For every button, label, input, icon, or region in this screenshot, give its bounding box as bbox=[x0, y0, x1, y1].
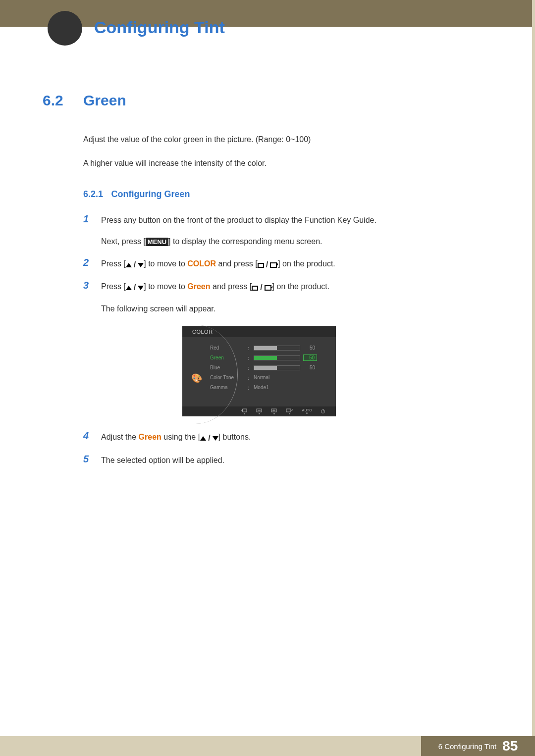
step-number: 5 bbox=[83, 454, 92, 468]
menu-key-icon: MENU bbox=[146, 238, 168, 246]
step-3-subtext: The following screen will appear. bbox=[101, 302, 329, 316]
chapter-badge bbox=[48, 11, 82, 46]
section-intro: Adjust the value of the color green in t… bbox=[83, 134, 488, 169]
select-enter-icon: / bbox=[252, 281, 272, 295]
step-number: 4 bbox=[83, 430, 92, 446]
text-fragment: Press [ bbox=[101, 259, 126, 268]
up-down-arrow-icon: / bbox=[200, 431, 218, 446]
section-heading: 6.2 Green bbox=[43, 92, 488, 109]
osd-colon: : bbox=[248, 385, 251, 391]
text-fragment: Press [ bbox=[101, 282, 126, 291]
svg-rect-2 bbox=[243, 409, 247, 412]
osd-value: 50 bbox=[303, 365, 317, 370]
text-fragment: ] to move to bbox=[144, 259, 187, 268]
step-1-line-b-post: ] to display the corresponding menu scre… bbox=[168, 237, 322, 246]
step-text: Press [/] to move to COLOR and press [/]… bbox=[101, 257, 335, 272]
text-fragment: and press [ bbox=[216, 259, 258, 268]
osd-colon: : bbox=[248, 375, 251, 381]
section-number: 6.2 bbox=[43, 92, 69, 109]
text-fragment: and press [ bbox=[211, 282, 252, 291]
up-down-arrow-icon: / bbox=[126, 258, 144, 272]
osd-colon: : bbox=[248, 365, 251, 371]
osd-plus-icon bbox=[271, 408, 277, 414]
osd-colon: : bbox=[248, 355, 251, 361]
step-number: 3 bbox=[83, 280, 92, 316]
osd-value-text: Mode1 bbox=[254, 385, 269, 390]
step-text: The selected option will be applied. bbox=[101, 454, 224, 468]
osd-colon: : bbox=[248, 345, 251, 351]
intro-paragraph-1: Adjust the value of the color green in t… bbox=[83, 134, 488, 146]
select-enter-icon: / bbox=[258, 258, 278, 272]
osd-minus-icon bbox=[256, 408, 262, 414]
step-text: Press [/] to move to Green and press [/]… bbox=[101, 280, 329, 316]
svg-rect-0 bbox=[270, 263, 276, 267]
step-number: 1 bbox=[83, 213, 92, 249]
keyword-green: Green bbox=[187, 282, 210, 291]
up-down-arrow-icon: / bbox=[126, 281, 144, 295]
keyword-color: COLOR bbox=[187, 259, 216, 268]
chapter-title: Configuring Tint bbox=[94, 18, 225, 37]
osd-auto-label: AUTO bbox=[302, 408, 312, 414]
step-2: 2 Press [/] to move to COLOR and press [… bbox=[83, 257, 488, 272]
step-text: Press any button on the front of the pro… bbox=[101, 213, 376, 249]
text-fragment: Adjust the bbox=[101, 433, 139, 441]
step-1: 1 Press any button on the front of the p… bbox=[83, 213, 488, 249]
osd-slider-blue bbox=[254, 365, 300, 370]
svg-rect-9 bbox=[286, 409, 291, 412]
step-number: 2 bbox=[83, 257, 92, 272]
section-title: Green bbox=[83, 92, 126, 109]
osd-value-text: Normal bbox=[254, 375, 269, 380]
svg-rect-1 bbox=[265, 286, 271, 290]
osd-slider-green bbox=[254, 355, 300, 360]
text-fragment: ] on the product. bbox=[272, 282, 330, 291]
step-4: 4 Adjust the Green using the [/] buttons… bbox=[83, 430, 488, 446]
text-fragment: ] on the product. bbox=[278, 259, 335, 268]
osd-enter-icon bbox=[286, 408, 293, 414]
text-fragment: ] buttons. bbox=[218, 433, 251, 441]
osd-value: 50 bbox=[303, 345, 317, 351]
step-3: 3 Press [/] to move to Green and press [… bbox=[83, 280, 488, 316]
page-footer: 6 Configuring Tint 85 bbox=[0, 736, 535, 756]
palette-icon: 🎨 bbox=[191, 373, 202, 384]
right-edge-strip bbox=[532, 0, 535, 756]
osd-panel: COLOR 🎨 Red : 50 Green : bbox=[182, 326, 336, 416]
subsection-heading: 6.2.1 Configuring Green bbox=[83, 189, 488, 200]
osd-value: 50 bbox=[303, 354, 317, 361]
footer-page-number: 85 bbox=[502, 738, 518, 754]
intro-paragraph-2: A higher value will increase the intensi… bbox=[83, 157, 488, 169]
keyword-green: Green bbox=[139, 433, 161, 441]
subsection-title: Configuring Green bbox=[111, 189, 190, 199]
osd-back-icon bbox=[241, 408, 247, 414]
osd-power-icon bbox=[321, 409, 325, 413]
step-1-line-b-pre: Next, press [ bbox=[101, 237, 146, 246]
osd-slider-red bbox=[254, 346, 300, 351]
subsection-number: 6.2.1 bbox=[83, 189, 103, 199]
step-1-line-a: Press any button on the front of the pro… bbox=[101, 216, 376, 224]
footer-chapter-ref: 6 Configuring Tint bbox=[438, 742, 497, 751]
step-5: 5 The selected option will be applied. bbox=[83, 454, 488, 468]
text-fragment: ] to move to bbox=[144, 282, 187, 291]
step-text: Adjust the Green using the [/] buttons. bbox=[101, 430, 251, 446]
text-fragment: using the [ bbox=[161, 433, 200, 441]
svg-marker-3 bbox=[241, 409, 243, 412]
